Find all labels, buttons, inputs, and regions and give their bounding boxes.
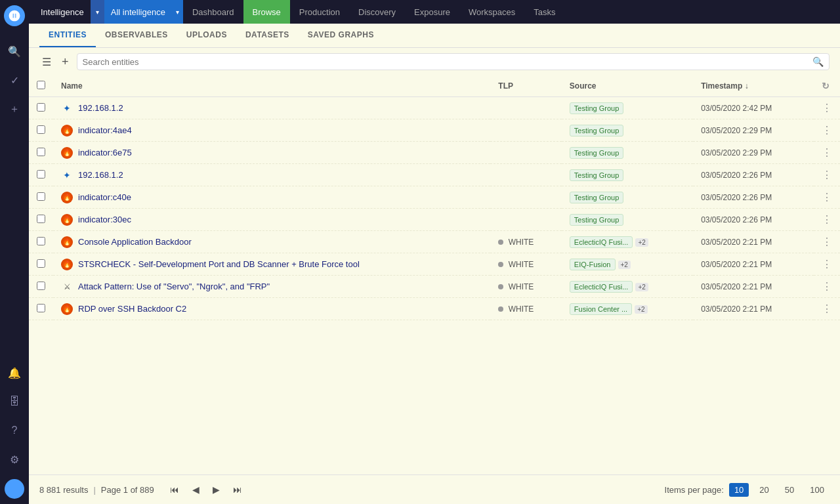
per-page-10[interactable]: 10 xyxy=(729,483,749,497)
pagination-separator: | xyxy=(93,485,95,495)
intelligence-nav-item[interactable]: Intelligence xyxy=(34,0,91,24)
source-badge[interactable]: Testing Group xyxy=(570,147,623,159)
first-page-button[interactable]: ⏮ xyxy=(165,482,184,497)
sidebar-logo[interactable] xyxy=(4,5,25,26)
more-options-button[interactable]: ⋮ xyxy=(822,147,832,158)
source-extra: +2 xyxy=(635,283,648,291)
row-source-cell: Testing Group xyxy=(562,186,693,209)
tab-datasets[interactable]: DATASETS xyxy=(236,24,299,47)
entities-table: Name TLP Source Timestamp ↓ ↻ ✦192.168.1… xyxy=(29,75,840,320)
source-badge[interactable]: Testing Group xyxy=(570,169,623,181)
source-badge[interactable]: Fusion Center ... xyxy=(570,303,632,315)
more-options-button[interactable]: ⋮ xyxy=(822,102,832,114)
source-badge[interactable]: Testing Group xyxy=(570,102,623,114)
sidebar-settings-icon[interactable]: ⚙ xyxy=(3,448,26,471)
row-checkbox[interactable] xyxy=(37,259,45,268)
row-checkbox[interactable] xyxy=(37,103,45,112)
sidebar-database-icon[interactable]: 🗄 xyxy=(3,390,26,413)
nav-discovery[interactable]: Discovery xyxy=(349,0,405,24)
row-name[interactable]: indicator:30ec xyxy=(78,215,131,224)
more-options-button[interactable]: ⋮ xyxy=(822,192,832,203)
prev-page-button[interactable]: ◀ xyxy=(187,482,205,497)
source-badge[interactable]: Testing Group xyxy=(570,192,623,203)
source-badge[interactable]: EclecticIQ Fusi... xyxy=(570,236,633,248)
sidebar-check-icon[interactable]: ✓ xyxy=(3,68,26,92)
row-name-cell: 🔥STSRCHECK - Self-Development Port and D… xyxy=(53,253,490,276)
last-page-button[interactable]: ⏭ xyxy=(228,482,247,497)
per-page-20[interactable]: 20 xyxy=(754,483,774,497)
fire-icon: 🔥 xyxy=(61,303,73,315)
pagination-bar: 8 881 results | Page 1 of 889 ⏮ ◀ ▶ ⏭ It… xyxy=(29,474,840,504)
row-name[interactable]: STSRCHECK - Self-Development Port and DB… xyxy=(78,259,360,269)
next-page-button[interactable]: ▶ xyxy=(207,482,225,497)
per-page-50[interactable]: 50 xyxy=(780,483,799,497)
table-row: ✦192.168.1.2Testing Group03/05/2020 2:42… xyxy=(29,97,840,119)
row-checkbox[interactable] xyxy=(37,304,45,312)
nav-dashboard[interactable]: Dashboard xyxy=(183,0,243,24)
row-name[interactable]: 192.168.1.2 xyxy=(78,170,123,180)
row-checkbox[interactable] xyxy=(37,125,45,134)
row-tlp-cell: WHITE xyxy=(490,298,562,320)
reload-icon[interactable]: ↻ xyxy=(822,81,830,91)
row-action-cell: ⋮ xyxy=(814,97,840,119)
sidebar-notifications-icon[interactable]: 🔔 xyxy=(3,361,26,385)
filter-button[interactable]: ☰ xyxy=(39,54,54,70)
sidebar-search-icon[interactable]: 🔍 xyxy=(3,39,26,63)
source-badge[interactable]: EIQ-Fusion xyxy=(570,259,616,270)
row-checkbox[interactable] xyxy=(37,282,45,290)
table-body: ✦192.168.1.2Testing Group03/05/2020 2:42… xyxy=(29,97,840,320)
more-options-button[interactable]: ⋮ xyxy=(822,169,832,180)
row-checkbox-cell xyxy=(29,186,53,209)
row-name[interactable]: indicator:c40e xyxy=(78,192,131,202)
header-name: Name xyxy=(53,75,490,97)
row-tlp-cell xyxy=(490,209,562,231)
sidebar-add-icon[interactable]: ＋ xyxy=(3,97,26,121)
search-input[interactable] xyxy=(83,57,812,67)
row-name[interactable]: RDP over SSH Backdoor C2 xyxy=(78,304,186,314)
all-intelligence-dropdown-arrow[interactable]: ▾ xyxy=(172,0,183,24)
row-checkbox[interactable] xyxy=(37,215,45,223)
row-checkbox-cell xyxy=(29,142,53,164)
row-name[interactable]: indicator:4ae4 xyxy=(78,125,132,135)
row-action-cell: ⋮ xyxy=(814,253,840,276)
source-badge[interactable]: EclecticIQ Fusi... xyxy=(570,281,633,293)
nav-tasks[interactable]: Tasks xyxy=(524,0,564,24)
row-checkbox[interactable] xyxy=(37,148,45,156)
select-all-checkbox[interactable] xyxy=(37,81,45,89)
intelligence-dropdown-arrow[interactable]: ▾ xyxy=(91,0,104,24)
tab-entities[interactable]: ENTITIES xyxy=(39,24,96,47)
more-options-button[interactable]: ⋮ xyxy=(822,303,832,314)
row-name[interactable]: indicator:6e75 xyxy=(78,148,132,158)
tab-uploads[interactable]: UPLOADS xyxy=(177,24,236,47)
header-timestamp[interactable]: Timestamp ↓ xyxy=(693,75,814,97)
nav-exposure[interactable]: Exposure xyxy=(405,0,459,24)
more-options-button[interactable]: ⋮ xyxy=(822,125,832,136)
row-checkbox[interactable] xyxy=(37,170,45,178)
row-name[interactable]: Attack Pattern: Use of "Servo", "Ngrok",… xyxy=(78,282,270,291)
sidebar-help-icon[interactable]: ? xyxy=(3,419,26,442)
more-options-button[interactable]: ⋮ xyxy=(822,214,832,225)
row-name[interactable]: Console Application Backdoor xyxy=(78,237,192,247)
tab-observables[interactable]: OBSERVABLES xyxy=(96,24,177,47)
row-name-cell: ✦192.168.1.2 xyxy=(53,164,490,186)
tab-saved-graphs[interactable]: SAVED GRAPHS xyxy=(299,24,383,47)
source-badge[interactable]: Testing Group xyxy=(570,125,623,136)
user-avatar[interactable] xyxy=(5,479,24,499)
more-options-button[interactable]: ⋮ xyxy=(822,281,832,292)
row-checkbox-cell xyxy=(29,253,53,276)
more-options-button[interactable]: ⋮ xyxy=(822,259,832,270)
row-name[interactable]: 192.168.1.2 xyxy=(78,103,123,113)
all-intelligence-nav-item[interactable]: All intelligence xyxy=(104,0,172,24)
nav-browse[interactable]: Browse xyxy=(243,0,290,24)
table-row: 🔥indicator:6e75Testing Group03/05/2020 2… xyxy=(29,142,840,164)
row-source-cell: Testing Group xyxy=(562,209,693,231)
per-page-100[interactable]: 100 xyxy=(805,483,830,497)
add-entity-button[interactable]: + xyxy=(59,54,72,70)
nav-workspaces[interactable]: Workspaces xyxy=(459,0,524,24)
row-checkbox-cell xyxy=(29,119,53,142)
more-options-button[interactable]: ⋮ xyxy=(822,236,832,247)
source-badge[interactable]: Testing Group xyxy=(570,214,623,226)
nav-production[interactable]: Production xyxy=(290,0,349,24)
row-checkbox[interactable] xyxy=(37,192,45,201)
row-checkbox[interactable] xyxy=(37,237,45,245)
